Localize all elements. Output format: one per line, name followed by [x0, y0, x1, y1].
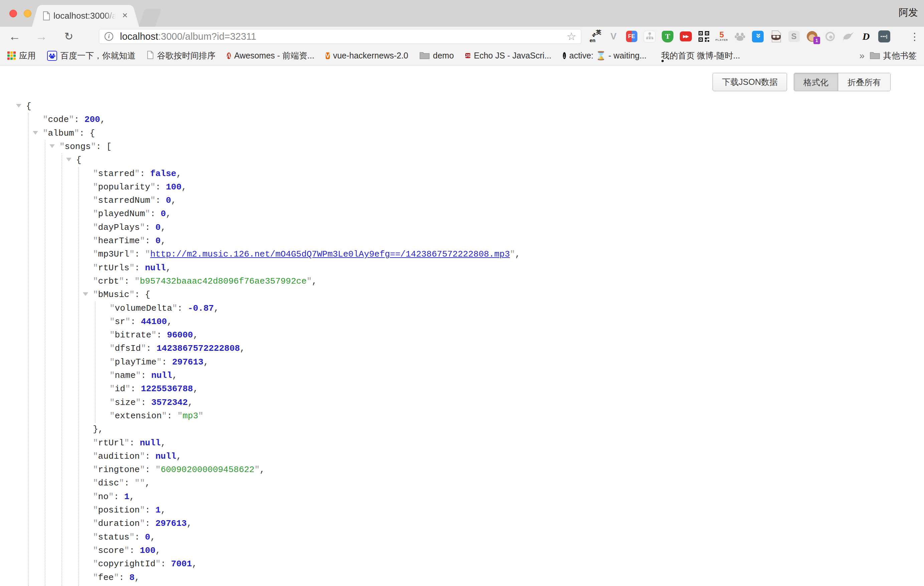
- address-bar[interactable]: i localhost:3000/album?id=32311 ☆: [99, 29, 581, 44]
- json-number-value: 3572342: [151, 398, 188, 408]
- tab-close-icon[interactable]: ×: [122, 10, 128, 21]
- bookmark-item-4[interactable]: AAwesomes - 前端资...: [227, 50, 314, 61]
- tab-strip: localhost:3000/album?id=323 × 阿发: [0, 0, 924, 27]
- json-number-value: 44100: [141, 317, 167, 327]
- bookmarks-overflow-icon[interactable]: »: [859, 50, 865, 61]
- json-keyword-value: null: [155, 451, 176, 461]
- json-key: copyrightId: [98, 559, 156, 569]
- json-keyword-value: null: [145, 263, 166, 273]
- json-number-value: 0: [166, 195, 171, 205]
- active-tab[interactable]: localhost:3000/album?id=323 ×: [41, 5, 130, 27]
- bookmark-star-icon[interactable]: ☆: [566, 30, 576, 43]
- profile-name[interactable]: 阿发: [899, 6, 918, 19]
- json-punctuation: ,: [161, 438, 166, 448]
- qrcode-extension-icon[interactable]: [698, 30, 710, 43]
- hummingbird-extension-icon[interactable]: [842, 30, 854, 43]
- back-button[interactable]: ←: [5, 27, 24, 46]
- folder-icon: [419, 51, 430, 61]
- json-line: "duration": 297613,: [93, 517, 192, 530]
- collapse-triangle-icon[interactable]: [33, 131, 38, 135]
- mask-document-extension-icon[interactable]: [770, 30, 782, 43]
- json-number-value: 0: [161, 209, 166, 219]
- json-key: fee: [98, 573, 114, 583]
- quote-mark: ": [140, 451, 145, 461]
- forward-button[interactable]: →: [32, 27, 51, 46]
- indent-guide: [45, 140, 45, 586]
- json-key: no: [98, 492, 109, 502]
- collapse-triangle-icon[interactable]: [16, 104, 21, 107]
- quote-mark: ": [93, 465, 98, 475]
- password-dots-extension-icon[interactable]: •••|: [878, 30, 890, 43]
- json-key: playTime: [115, 357, 157, 367]
- site-info-icon[interactable]: i: [104, 32, 113, 41]
- monkey-extension-icon[interactable]: 1: [806, 30, 818, 43]
- quote-mark: ": [145, 209, 150, 219]
- shield-t-extension-icon[interactable]: T: [662, 30, 674, 43]
- video-fastplay-extension-icon[interactable]: ▶▶: [680, 30, 692, 43]
- quote-mark: ": [93, 195, 98, 205]
- json-punctuation: :: [141, 398, 151, 408]
- json-line: "album": {: [43, 127, 95, 140]
- json-punctuation: },: [93, 424, 103, 434]
- other-bookmarks-button[interactable]: 其他书签: [870, 50, 917, 61]
- weibo-eye-extension-icon[interactable]: [824, 30, 836, 43]
- quote-mark: ": [110, 384, 115, 394]
- chrome-menu-icon[interactable]: ⋮: [908, 27, 921, 46]
- translate-extension-icon[interactable]: 英en⇄: [589, 30, 602, 43]
- mp3-url-link[interactable]: http://m2.music.126.net/mO4G5dQ7WPm3Le0l…: [150, 249, 510, 259]
- quote-mark: ": [110, 317, 115, 327]
- bookmark-item-1[interactable]: 应用: [7, 50, 36, 61]
- new-tab-button[interactable]: [138, 9, 162, 27]
- s-extension-icon[interactable]: S: [788, 30, 800, 43]
- bookmark-item-9[interactable]: 我的首页 微博-随时...: [658, 50, 740, 61]
- minimize-window-button[interactable]: [24, 10, 31, 17]
- json-line: "songs": [: [59, 140, 112, 154]
- quote-mark: ": [141, 343, 146, 353]
- vue-devtools-extension-icon[interactable]: V: [607, 30, 620, 43]
- quote-mark: ": [110, 357, 115, 367]
- json-punctuation: ,: [515, 249, 520, 259]
- folder-icon: [870, 51, 880, 61]
- collapse-triangle-icon[interactable]: [50, 144, 55, 148]
- json-key: extension: [115, 411, 162, 421]
- quote-mark: ": [43, 128, 48, 138]
- quote-mark: ": [140, 518, 145, 528]
- sitemap-extension-icon[interactable]: [644, 30, 656, 43]
- json-line: "position": 1,: [93, 503, 166, 517]
- bookmark-item-6[interactable]: demo: [419, 51, 454, 61]
- fe-extension-icon[interactable]: FE: [625, 30, 638, 43]
- bookmark-item-2[interactable]: 百度一下，你就知道: [47, 50, 135, 61]
- d-cursive-extension-icon[interactable]: D: [860, 30, 872, 43]
- close-window-button[interactable]: [9, 10, 17, 17]
- quote-mark: ": [151, 330, 157, 340]
- bookmark-item-8[interactable]: ↓active: ⌛ - waiting...: [563, 51, 647, 61]
- json-line: "volumeDelta": -0.87,: [110, 302, 219, 315]
- quote-mark: ": [110, 411, 115, 421]
- bookmark-label: 应用: [19, 50, 36, 61]
- page-favicon-icon: [43, 12, 50, 22]
- json-key: starredNum: [98, 195, 150, 205]
- paw-extension-icon[interactable]: [734, 30, 746, 43]
- json-line: "starredNum": 0,: [93, 194, 177, 207]
- json-punctuation: {: [89, 128, 95, 138]
- collapse-triangle-icon[interactable]: [83, 292, 88, 296]
- json-punctuation: :: [135, 249, 145, 259]
- quote-mark: ": [145, 249, 150, 259]
- json-number-value: 1423867572222808: [156, 343, 240, 353]
- html5-player-extension-icon[interactable]: 5PLAYER: [716, 30, 728, 43]
- json-punctuation: ,: [192, 559, 198, 569]
- json-key: status: [98, 532, 130, 542]
- quote-mark: ": [129, 290, 135, 300]
- bookmark-item-5[interactable]: Vvue-hackernews-2.0: [326, 51, 408, 61]
- collapse-triangle-icon[interactable]: [66, 158, 71, 161]
- bookmark-item-7[interactable]: JSEcho JS - JavaScri...: [465, 51, 551, 61]
- json-line: "code": 200,: [43, 113, 105, 126]
- apps-grid-icon: [7, 51, 16, 60]
- json-key: rtUrls: [98, 263, 130, 273]
- bookmark-item-3[interactable]: 谷歌按时间排序: [147, 50, 216, 61]
- blue-chevron-extension-icon[interactable]: «: [752, 30, 764, 43]
- json-line: "playedNum": 0,: [93, 207, 171, 221]
- reload-button[interactable]: ↻: [59, 27, 78, 46]
- quote-mark: ": [110, 370, 115, 381]
- quote-mark: ": [135, 478, 140, 488]
